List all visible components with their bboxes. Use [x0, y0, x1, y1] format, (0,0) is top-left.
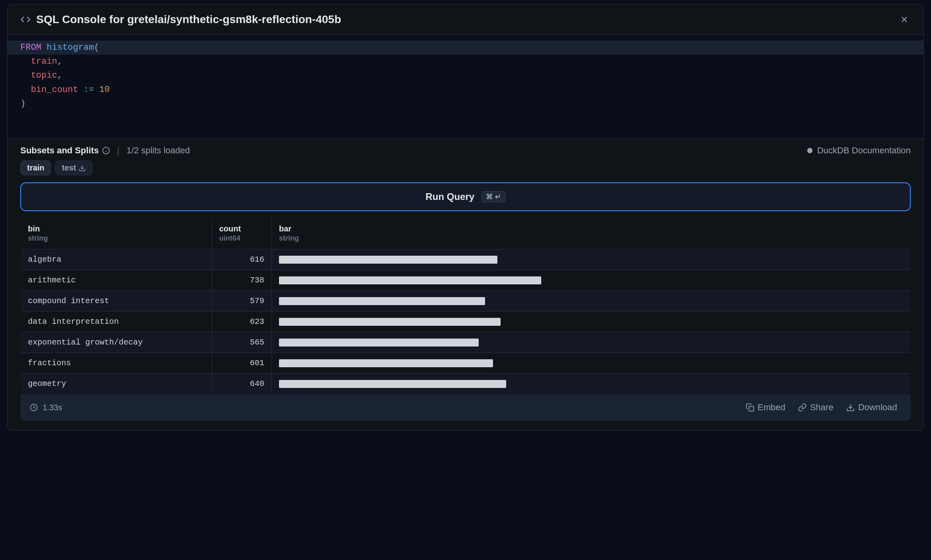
cell-bin: algebra	[21, 249, 212, 270]
download-icon	[79, 164, 86, 172]
cell-bin: data interpretation	[21, 311, 212, 332]
table-row[interactable]: algebra616	[21, 249, 911, 270]
cell-count: 565	[212, 332, 272, 353]
execution-time: 1.33s	[43, 403, 737, 412]
results-table: binstringcountuint64barstring algebra616…	[20, 217, 911, 394]
cell-bar	[272, 249, 911, 270]
cell-count: 616	[212, 249, 272, 270]
run-query-button[interactable]: Run Query ⌘ ↵	[20, 182, 911, 211]
cell-bar	[272, 311, 911, 332]
embed-button[interactable]: Embed	[742, 401, 790, 414]
code-line[interactable]: )	[20, 97, 911, 111]
splits-bar: Subsets and Splits | 1/2 splits loaded D…	[8, 139, 923, 161]
splits-status: 1/2 splits loaded	[127, 145, 190, 156]
clock-icon	[30, 403, 38, 411]
info-icon[interactable]	[102, 147, 110, 155]
code-line[interactable]: topic,	[20, 69, 911, 82]
download-label: Download	[858, 402, 897, 413]
svg-point-5	[807, 148, 813, 153]
column-header-bin[interactable]: binstring	[21, 218, 212, 249]
splits-title: Subsets and Splits	[20, 145, 99, 156]
code-line[interactable]: train,	[20, 55, 911, 69]
code-line[interactable]: bin_count := 10	[20, 83, 911, 97]
sql-editor[interactable]: FROM histogram( train, topic, bin_count …	[8, 35, 923, 139]
table-header-row: binstringcountuint64barstring	[21, 218, 911, 249]
embed-icon	[746, 403, 754, 412]
bar-fill	[279, 359, 493, 367]
col-name: bar	[279, 224, 903, 233]
table-row[interactable]: compound interest579	[21, 291, 911, 311]
column-header-bar[interactable]: barstring	[272, 218, 911, 249]
col-type: uint64	[219, 234, 264, 243]
embed-label: Embed	[758, 402, 786, 413]
close-button[interactable]	[898, 13, 911, 26]
modal-title: SQL Console for gretelai/synthetic-gsm8k…	[36, 13, 898, 26]
cell-bar	[272, 353, 911, 374]
footer-bar: 1.33s Embed Share Download	[20, 394, 911, 421]
cell-count: 738	[212, 270, 272, 291]
duckdb-icon	[806, 147, 814, 155]
col-type: string	[28, 234, 204, 243]
chip-label: test	[62, 163, 76, 172]
run-query-label: Run Query	[426, 191, 475, 202]
col-type: string	[279, 234, 903, 243]
svg-rect-8	[749, 406, 754, 411]
chip-label: train	[27, 163, 44, 172]
col-name: bin	[28, 224, 204, 233]
cell-bar	[272, 374, 911, 394]
bar-fill	[279, 256, 497, 264]
bar-fill	[279, 380, 506, 388]
cell-bin: exponential growth/decay	[21, 332, 212, 353]
download-icon	[846, 403, 855, 412]
cell-count: 601	[212, 353, 272, 374]
code-icon	[20, 14, 31, 25]
download-button[interactable]: Download	[842, 401, 901, 414]
sql-console-modal: SQL Console for gretelai/synthetic-gsm8k…	[7, 4, 924, 431]
table-row[interactable]: geometry640	[21, 374, 911, 394]
divider: |	[117, 145, 120, 156]
cell-bar	[272, 332, 911, 353]
cell-bin: fractions	[21, 353, 212, 374]
table-row[interactable]: exponential growth/decay565	[21, 332, 911, 353]
cell-bar	[272, 291, 911, 311]
split-chip-test[interactable]: test	[55, 161, 92, 175]
keyboard-shortcut: ⌘ ↵	[481, 191, 505, 202]
split-chip-train[interactable]: train	[20, 161, 51, 175]
cell-count: 623	[212, 311, 272, 332]
bar-fill	[279, 318, 501, 326]
cell-bin: arithmetic	[21, 270, 212, 291]
bar-fill	[279, 339, 479, 347]
cell-bin: geometry	[21, 374, 212, 394]
modal-header: SQL Console for gretelai/synthetic-gsm8k…	[8, 4, 923, 35]
cell-count: 640	[212, 374, 272, 394]
code-line[interactable]: FROM histogram(	[8, 41, 923, 55]
duckdb-docs-link[interactable]: DuckDB Documentation	[806, 145, 911, 156]
cell-bin: compound interest	[21, 291, 212, 311]
table-row[interactable]: fractions601	[21, 353, 911, 374]
split-chips: traintest	[8, 161, 923, 182]
share-label: Share	[810, 402, 833, 413]
link-icon	[798, 403, 807, 412]
share-button[interactable]: Share	[794, 401, 837, 414]
cell-count: 579	[212, 291, 272, 311]
col-name: count	[219, 224, 264, 233]
table-row[interactable]: data interpretation623	[21, 311, 911, 332]
docs-label: DuckDB Documentation	[817, 145, 911, 156]
column-header-count[interactable]: countuint64	[212, 218, 272, 249]
bar-fill	[279, 297, 485, 305]
bar-fill	[279, 276, 541, 284]
table-row[interactable]: arithmetic738	[21, 270, 911, 291]
cell-bar	[272, 270, 911, 291]
